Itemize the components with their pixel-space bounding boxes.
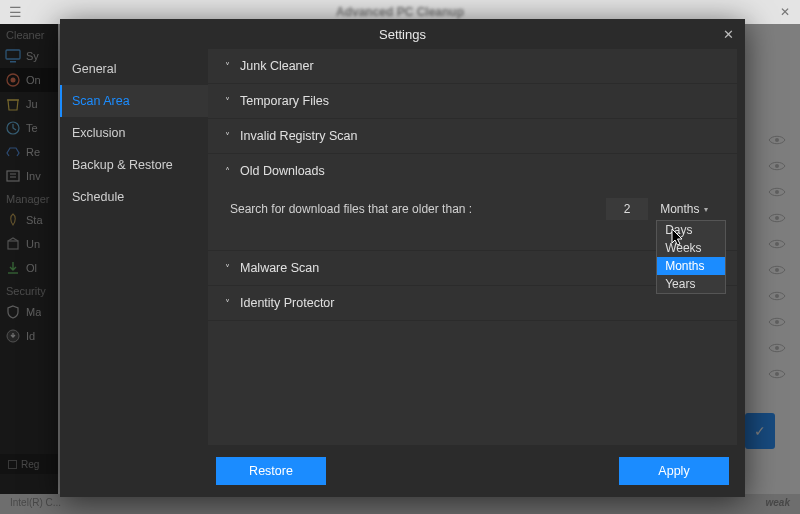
accordion-label: Malware Scan (240, 261, 319, 275)
age-unit-select[interactable]: Months ▾ Days Weeks Months Years (660, 202, 715, 216)
close-icon[interactable]: ✕ (719, 25, 737, 43)
age-value-input[interactable] (606, 198, 648, 220)
window-close-icon[interactable]: ✕ (770, 5, 800, 19)
accordion-label: Identity Protector (240, 296, 335, 310)
chevron-down-icon: ˅ (222, 131, 232, 142)
chevron-down-icon: ˅ (222, 96, 232, 107)
chevron-down-icon: ˅ (222, 263, 232, 274)
unit-option-years[interactable]: Years (657, 275, 725, 293)
unit-option-weeks[interactable]: Weeks (657, 239, 725, 257)
accordion-header[interactable]: ˅ Temporary Files (208, 84, 737, 118)
nav-item-schedule[interactable]: Schedule (60, 181, 208, 213)
modal-header: Settings ✕ (60, 19, 745, 49)
unit-option-days[interactable]: Days (657, 221, 725, 239)
old-downloads-desc: Search for download files that are older… (230, 202, 472, 216)
unit-selected: Months (660, 202, 699, 216)
accordion-body: Search for download files that are older… (208, 188, 737, 250)
accordion-temporary-files: ˅ Temporary Files (208, 84, 737, 119)
accordion-junk-cleaner: ˅ Junk Cleaner (208, 49, 737, 84)
accordion-label: Junk Cleaner (240, 59, 314, 73)
accordion-header[interactable]: ˅ Invalid Registry Scan (208, 119, 737, 153)
nav-item-scan-area[interactable]: Scan Area (60, 85, 208, 117)
chevron-up-icon: ˄ (222, 166, 232, 177)
accordion-label: Invalid Registry Scan (240, 129, 357, 143)
app-title: Advanced PC Cleanup (30, 5, 770, 19)
modal-title: Settings (379, 27, 426, 42)
accordion-old-downloads: ˄ Old Downloads Search for download file… (208, 154, 737, 251)
chevron-down-icon: ˅ (222, 298, 232, 309)
nav-item-exclusion[interactable]: Exclusion (60, 117, 208, 149)
chevron-down-icon: ˅ (222, 61, 232, 72)
accordion-invalid-registry: ˅ Invalid Registry Scan (208, 119, 737, 154)
apply-button[interactable]: Apply (619, 457, 729, 485)
restore-button[interactable]: Restore (216, 457, 326, 485)
unit-dropdown: Days Weeks Months Years (656, 220, 726, 294)
accordion-label: Temporary Files (240, 94, 329, 108)
settings-nav: General Scan Area Exclusion Backup & Res… (60, 49, 208, 497)
accordion-header[interactable]: ˄ Old Downloads (208, 154, 737, 188)
modal-footer: Restore Apply (208, 451, 737, 491)
accordion-header[interactable]: ˅ Junk Cleaner (208, 49, 737, 83)
nav-item-general[interactable]: General (60, 53, 208, 85)
accordion-label: Old Downloads (240, 164, 325, 178)
settings-panel: ˅ Junk Cleaner ˅ Temporary Files ˅ Inval… (208, 49, 737, 445)
unit-option-months[interactable]: Months (657, 257, 725, 275)
caret-down-icon: ▾ (704, 205, 708, 214)
nav-item-backup-restore[interactable]: Backup & Restore (60, 149, 208, 181)
hamburger-icon[interactable]: ☰ (0, 4, 30, 20)
settings-modal: Settings ✕ General Scan Area Exclusion B… (60, 19, 745, 497)
